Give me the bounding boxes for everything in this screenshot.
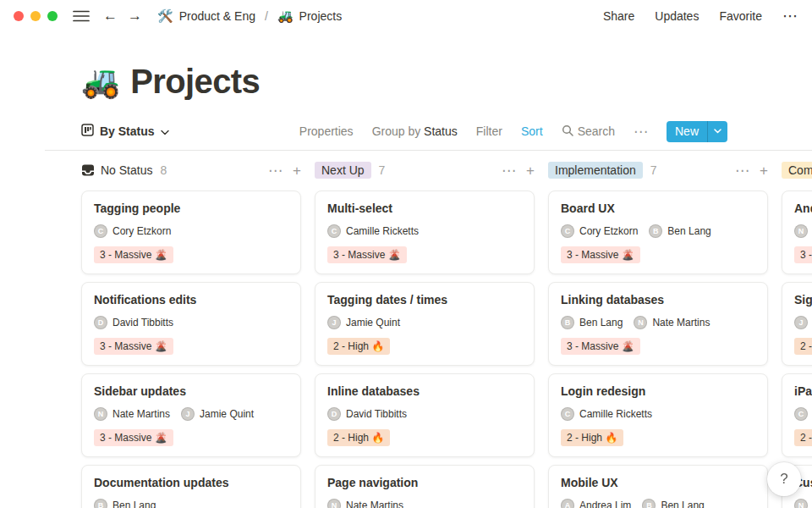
avatar: B [561,316,574,329]
priority-badge: 2 - High 🔥 [327,429,390,446]
column-more-icon[interactable]: ⋯ [735,163,749,178]
board-card[interactable]: iPad app CCory Etzkorn 2 - High 🔥 [782,373,812,457]
card-title: Sign up flow [794,292,812,307]
close-window-button[interactable] [14,11,24,21]
card-people: CCamille Ricketts [561,407,755,421]
card-people: NNate Martins [794,224,812,238]
board-card[interactable]: Android app NNate Martins 3 - Massive 🌋 [782,190,812,274]
new-button-label[interactable]: New [667,121,707,142]
assignee: CCamille Ricketts [327,224,419,238]
column-more-icon[interactable]: ⋯ [268,163,283,178]
search-button[interactable]: Search [562,124,615,139]
column-add-icon[interactable]: + [760,163,768,178]
page-title-row: 🚜 Projects [81,63,812,101]
card-title: Board UX [561,201,755,216]
column-add-icon[interactable]: + [293,163,301,178]
card-title: Linking databases [561,292,755,307]
card-title: Page navigation [327,475,522,490]
filter-button[interactable]: Filter [476,124,502,138]
avatar: J [327,316,341,329]
updates-button[interactable]: Updates [655,9,699,23]
board-card[interactable]: Sign up flow JJamie Quint 2 - High 🔥 [782,282,812,366]
column-more-icon[interactable]: ⋯ [502,163,516,178]
avatar: D [94,316,107,329]
priority-badge: 2 - High 🔥 [561,429,623,446]
toolbar-more-icon[interactable]: ⋯ [634,124,648,139]
assignee-name: Nate Martins [112,408,170,420]
breadcrumb-page[interactable]: Projects [299,9,343,23]
board-card[interactable]: Sidebar updates NNate MartinsJJamie Quin… [81,373,301,457]
sort-button[interactable]: Sort [521,124,543,138]
assignee: CCory Etzkorn [94,224,171,238]
chevron-down-icon [161,124,169,138]
assignee-name: David Tibbitts [112,317,173,329]
search-icon [562,124,573,139]
card-people: CCory Etzkorn [794,407,812,421]
sidebar-menu-icon[interactable] [73,9,90,23]
assignee: CCory Etzkorn [561,224,638,238]
assignee: DDavid Tibbitts [94,316,173,329]
board-card[interactable]: Documentation updates BBen Lang 2 - High… [81,465,301,508]
avatar: C [561,407,574,421]
toolbar-controls: Properties Group by Status Filter Sort S… [299,121,727,142]
card-people: DDavid Tibbitts [327,407,522,421]
card-title: Notifications edits [94,292,288,307]
card-people: NNate Martins [794,499,812,508]
avatar: A [561,499,574,508]
forward-arrow-icon[interactable]: → [128,8,142,23]
assignee-name: Nate Martins [652,317,710,329]
avatar: B [94,499,107,508]
avatar: C [561,224,574,238]
assignee-name: Jamie Quint [346,317,400,329]
column-title[interactable]: No Status [101,163,152,177]
card-title: Inline databases [327,384,522,399]
priority-badge: 2 - High 🔥 [794,429,812,446]
column-count: 7 [379,163,386,177]
back-arrow-icon[interactable]: ← [103,8,118,23]
new-button[interactable]: New [667,121,727,142]
workspace-icon: 🛠️ [157,8,173,24]
topbar-actions: Share Updates Favorite ⋯ [603,7,798,25]
assignee-name: Ben Lang [579,317,623,329]
board-card[interactable]: Page navigation NNate Martins 1- Normal … [315,465,535,508]
favorite-button[interactable]: Favorite [719,9,762,23]
page-emoji-icon[interactable]: 🚜 [81,66,120,97]
card-title: Sidebar updates [94,384,288,399]
view-switcher[interactable]: By Status [81,124,169,139]
board-card[interactable]: Notifications edits DDavid Tibbitts 3 - … [81,282,301,366]
assignee-name: Andrea Lim [579,500,631,508]
column-cards: Tagging people CCory Etzkorn 3 - Massive… [81,190,301,508]
minimize-window-button[interactable] [30,11,41,21]
toolbar-divider [45,150,812,151]
column-title[interactable]: Next Up [315,162,371,179]
group-by-button[interactable]: Group by Status [372,124,458,138]
zoom-window-button[interactable] [47,11,58,21]
help-button[interactable]: ? [767,462,801,496]
breadcrumb-separator: / [261,9,272,23]
priority-badge: 3 - Massive 🌋 [794,246,812,263]
board-card[interactable]: Inline databases DDavid Tibbitts 2 - Hig… [315,373,535,457]
column-title[interactable]: Implementation [548,162,643,179]
board-card[interactable]: Tagging dates / times JJamie Quint 2 - H… [315,282,535,366]
card-title: Mobile UX [561,475,755,490]
assignee: JJamie Quint [794,316,812,329]
window-controls[interactable] [14,11,58,21]
column-title[interactable]: Completed [782,162,812,179]
board-card[interactable]: Multi-select CCamille Ricketts 3 - Massi… [315,190,535,274]
board-card[interactable]: Linking databases BBen LangNNate Martins… [548,282,768,366]
assignee: CCory Etzkorn [794,407,812,421]
board-card[interactable]: Login redesign CCamille Ricketts 2 - Hig… [548,373,768,457]
board-card[interactable]: Mobile UX AAndrea LimBBen Lang 1- Normal… [548,465,768,508]
board-card[interactable]: Tagging people CCory Etzkorn 3 - Massive… [81,190,301,274]
properties-button[interactable]: Properties [299,124,354,138]
board: No Status 8 ⋯ + Tagging people CCory Etz… [81,161,812,508]
more-options-icon[interactable]: ⋯ [782,7,798,25]
breadcrumb-workspace[interactable]: Product & Eng [179,9,255,23]
board-card[interactable]: Board UX CCory EtzkornBBen Lang 3 - Mass… [548,190,768,274]
column-actions: ⋯ + [735,163,768,178]
new-dropdown-chevron-icon[interactable] [707,121,727,142]
column-add-icon[interactable]: + [526,163,535,178]
share-button[interactable]: Share [603,9,634,23]
card-people: AAndrea LimBBen Lang [561,499,755,508]
column-header: Completed ⋯ + [782,161,812,179]
